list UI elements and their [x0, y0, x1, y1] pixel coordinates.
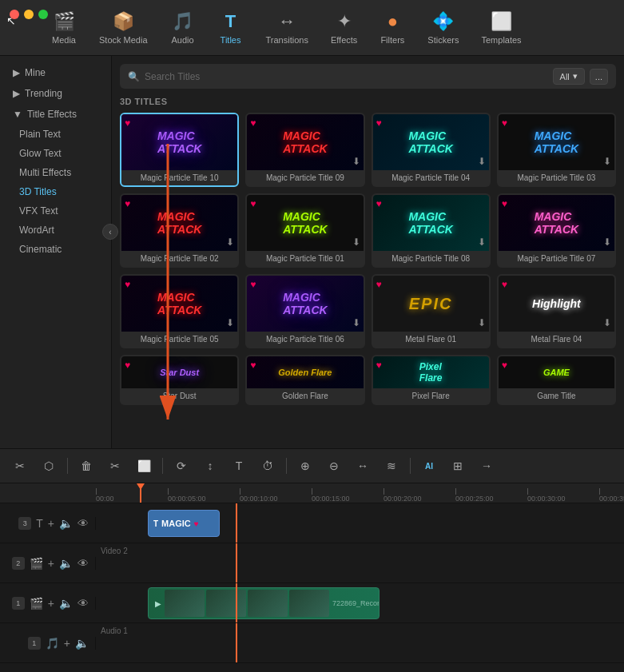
nav-filters[interactable]: ● Filters	[368, 6, 416, 50]
track-title-add-icon[interactable]: +	[48, 517, 54, 530]
playhead-audio1-track	[236, 623, 237, 662]
toolbar-flip-button[interactable]: ↕	[198, 454, 222, 478]
track-audio1-mute-icon[interactable]: 🔈	[75, 637, 89, 650]
toolbar-zoom-out-button[interactable]: ⊖	[322, 454, 346, 478]
toolbar-ai-button[interactable]: AI	[417, 454, 441, 478]
nav-effects-label: Effects	[331, 35, 357, 45]
toolbar-zoom-in-button[interactable]: ⊕	[293, 454, 317, 478]
title-card-13[interactable]: ♥ Star Dust Star Dust	[120, 355, 239, 405]
title-card-10[interactable]: ♥ MAGICATTACK ⬇ Magic Particle Title 06	[245, 274, 364, 348]
filter-button[interactable]: All ▾	[553, 68, 585, 85]
clip-video[interactable]: ▶ 722869_Recording Podcast Podcasting Po…	[148, 587, 380, 619]
title-card-8[interactable]: ♥ MAGICATTACK ⬇ Magic Particle Title 07	[497, 193, 616, 268]
sidebar-plain-text[interactable]: Plain Text	[0, 125, 111, 144]
more-button[interactable]: ...	[590, 69, 608, 85]
track-video2-visible-icon[interactable]: 👁	[78, 557, 89, 570]
toolbar-clock-button[interactable]: ⏱	[256, 454, 280, 478]
favorite-icon-13: ♥	[125, 360, 130, 371]
sidebar-wordart[interactable]: WordArt	[0, 221, 111, 240]
toolbar-split-button[interactable]: ⬡	[37, 454, 61, 478]
title-text-13: Star Dust	[160, 368, 199, 377]
title-card-1[interactable]: ♥ MAGICATTACK Magic Particle Title 10	[120, 113, 239, 187]
clip-video-play-icon: ▶	[155, 599, 161, 608]
sidebar-section-title-effects[interactable]: ▼ Title Effects	[0, 104, 111, 125]
clip-magic[interactable]: T MAGIC ♥	[148, 510, 220, 537]
sidebar-multi-effects[interactable]: Multi Effects	[0, 163, 111, 182]
minimize-button[interactable]	[24, 10, 34, 19]
track-video2-controls: 2 🎬 + 🔈 👁	[0, 557, 96, 570]
effects-icon: ✦	[337, 11, 352, 32]
favorite-icon-5: ♥	[125, 198, 130, 209]
title-text-5: MAGICATTACK	[157, 210, 201, 236]
toolbar-divider-1	[67, 458, 68, 474]
sidebar-collapse-button[interactable]: ‹	[102, 224, 118, 240]
track-video2-content: Video 2	[96, 543, 624, 583]
title-card-9[interactable]: ♥ MAGICATTACK ⬇ Magic Particle Title 05	[120, 274, 239, 348]
nav-titles[interactable]: T Titles	[207, 6, 255, 50]
maximize-button[interactable]	[38, 10, 48, 19]
title-card-11[interactable]: ♥ EPIC ⬇ Metal Flare 01	[372, 274, 491, 348]
nav-transitions[interactable]: ↔ Transitions	[255, 6, 320, 50]
title-card-name-1: Magic Particle Title 10	[121, 170, 237, 185]
track-video1-visible-icon[interactable]: 👁	[78, 597, 89, 610]
favorite-icon-9: ♥	[125, 279, 130, 290]
ruler-mark-0: 00:00	[96, 488, 168, 503]
track-num-3: 3	[18, 517, 31, 530]
track-audio1-icon[interactable]: 🎵	[46, 637, 59, 650]
cinematic-label: Cinematic	[19, 244, 62, 255]
nav-audio[interactable]: 🎵 Audio	[159, 6, 207, 50]
title-card-6[interactable]: ♥ MAGICATTACK ⬇ Magic Particle Title 01	[245, 193, 364, 268]
title-card-16[interactable]: ♥ GAME Game Title	[497, 355, 616, 405]
track-title-visible-icon[interactable]: 👁	[78, 517, 89, 530]
stickers-icon: 💠	[432, 11, 454, 32]
title-card-4[interactable]: ♥ MAGICATTACK ⬇ Magic Particle Title 03	[497, 113, 616, 187]
sidebar-section-mine[interactable]: ▶ Mine	[0, 62, 111, 83]
search-input[interactable]	[145, 71, 548, 82]
sidebar-glow-text[interactable]: Glow Text	[0, 144, 111, 163]
nav-stock-media[interactable]: 📦 Stock Media	[88, 6, 159, 50]
track-title-icon[interactable]: T	[36, 517, 43, 530]
title-card-7[interactable]: ♥ MAGICATTACK ⬇ Magic Particle Title 08	[372, 193, 491, 268]
title-card-5[interactable]: ♥ MAGICATTACK ⬇ Magic Particle Title 02	[120, 193, 239, 268]
nav-media-label: Media	[52, 35, 76, 45]
toolbar-scissors-button[interactable]: ✂	[8, 454, 32, 478]
toolbar-text-button[interactable]: T	[227, 454, 251, 478]
toolbar-fit-button[interactable]: ↔	[351, 454, 375, 478]
toolbar-delete-button[interactable]: 🗑	[74, 454, 98, 478]
track-video1-controls: 1 🎬 + 🔈 👁	[0, 597, 96, 610]
title-text-9: MAGICATTACK	[157, 291, 201, 316]
nav-templates[interactable]: ⬜ Templates	[470, 6, 532, 50]
title-card-3[interactable]: ♥ MAGICATTACK ⬇ Magic Particle Title 04	[372, 113, 491, 187]
toolbar-crop-button[interactable]: ⬜	[132, 454, 156, 478]
title-text-1: MAGICATTACK	[157, 129, 201, 155]
sidebar-section-trending[interactable]: ▶ Trending	[0, 83, 111, 104]
sidebar-vfx-text[interactable]: VFX Text	[0, 201, 111, 221]
nav-effects[interactable]: ✦ Effects	[320, 6, 368, 50]
track-audio1-add-icon[interactable]: +	[64, 637, 70, 650]
nav-transitions-label: Transitions	[266, 35, 308, 45]
toolbar-keyframe-button[interactable]: ≋	[380, 454, 403, 478]
title-text-2: MAGICATTACK	[283, 129, 327, 155]
title-card-15[interactable]: ♥ PixelFlare Pixel Flare	[372, 355, 491, 405]
toolbar-grid-button[interactable]: ⊞	[446, 454, 470, 478]
toolbar-arrow-button[interactable]: →	[475, 454, 499, 478]
sidebar-3d-titles[interactable]: 3D Titles	[0, 182, 111, 201]
track-video2-mute-icon[interactable]: 🔈	[59, 557, 73, 570]
sidebar-cinematic[interactable]: Cinematic	[0, 240, 111, 259]
title-card-14[interactable]: ♥ Golden Flare Golden Flare	[245, 355, 364, 405]
title-card-2[interactable]: ♥ MAGICATTACK ⬇ Magic Particle Title 09	[245, 113, 364, 187]
track-video1-icon[interactable]: 🎬	[30, 597, 43, 610]
title-text-16: GAME	[543, 368, 570, 377]
toolbar-rotate-button[interactable]: ⟳	[169, 454, 193, 478]
track-title-mute-icon[interactable]: 🔈	[59, 517, 73, 530]
toolbar-cut-button[interactable]: ✂	[103, 454, 127, 478]
track-video2-icon[interactable]: 🎬	[30, 557, 43, 570]
track-video2-add-icon[interactable]: +	[48, 557, 54, 570]
track-video1-add-icon[interactable]: +	[48, 597, 54, 610]
track-video1-mute-icon[interactable]: 🔈	[59, 597, 73, 610]
download-icon-9: ⬇	[226, 317, 234, 328]
mine-label: Mine	[25, 67, 46, 78]
nav-stickers[interactable]: 💠 Stickers	[416, 6, 470, 50]
title-card-12[interactable]: ♥ Highlight ⬇ Metal Flare 04	[497, 274, 616, 348]
title-text-11: EPIC	[409, 295, 453, 313]
